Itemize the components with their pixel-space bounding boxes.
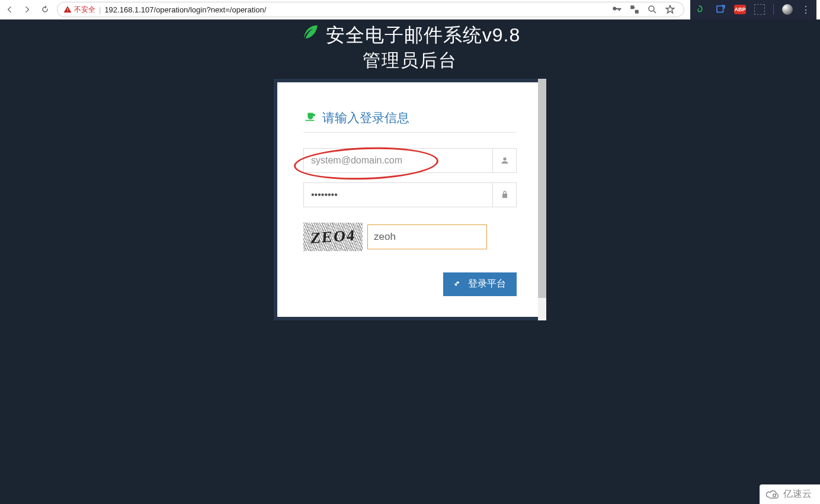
login-button-label: 登录平台 — [468, 278, 506, 290]
browser-toolbar: 不安全 | 192.168.1.107/operation/login?next… — [0, 0, 820, 20]
password-input[interactable] — [304, 183, 492, 207]
password-row — [303, 182, 517, 207]
url-text: 192.168.1.107/operation/login?next=/oper… — [104, 5, 606, 14]
form-heading-text: 请输入登录信息 — [322, 110, 409, 126]
panel-scrollbar-thumb[interactable] — [538, 79, 546, 298]
reload-button[interactable] — [39, 4, 51, 15]
svg-point-3 — [773, 494, 776, 497]
svg-rect-2 — [717, 6, 723, 12]
watermark-text: 亿速云 — [783, 488, 812, 500]
page-body: 安全电子邮件系统v9.8 管理员后台 请输入登录信息 — [0, 20, 820, 504]
key-icon[interactable] — [611, 4, 622, 15]
zoom-icon[interactable] — [647, 4, 658, 15]
svg-point-0 — [649, 6, 654, 11]
warning-triangle-icon — [63, 5, 72, 14]
back-button[interactable] — [4, 4, 15, 15]
cloud-icon — [765, 489, 780, 500]
login-panel-inner: 请输入登录信息 ZEO4 — [277, 82, 543, 317]
profile-avatar[interactable] — [782, 4, 793, 15]
lock-icon — [492, 183, 516, 207]
extensions-area: ABP ⋮ — [690, 0, 816, 20]
button-row: 登录平台 — [303, 272, 517, 296]
page-title-block: 安全电子邮件系统v9.8 管理员后台 — [0, 20, 820, 72]
watermark-badge: 亿速云 — [760, 484, 820, 504]
username-input[interactable] — [304, 149, 492, 172]
panel-scrollbar[interactable] — [538, 79, 546, 320]
coffee-cup-icon — [303, 110, 316, 126]
popup-extension-icon[interactable] — [715, 4, 726, 15]
browser-menu-icon[interactable]: ⋮ — [801, 4, 811, 15]
captcha-image[interactable]: ZEO4 — [303, 223, 363, 251]
key-icon — [454, 280, 463, 289]
page-title-line1: 安全电子邮件系统v9.8 — [326, 23, 520, 48]
insecure-label: 不安全 — [74, 5, 95, 15]
reload-icon — [40, 5, 50, 14]
login-button[interactable]: 登录平台 — [443, 272, 517, 296]
login-panel: 请输入登录信息 ZEO4 — [274, 79, 546, 320]
address-bar[interactable]: 不安全 | 192.168.1.107/operation/login?next… — [57, 2, 684, 17]
form-heading: 请输入登录信息 — [303, 110, 517, 133]
evernote-extension-icon[interactable] — [696, 4, 707, 15]
forward-button[interactable] — [21, 4, 33, 15]
user-icon — [492, 149, 516, 172]
captcha-row: ZEO4 — [303, 223, 517, 251]
username-row — [303, 148, 517, 173]
captcha-input[interactable] — [367, 224, 487, 249]
unknown-extension-icon[interactable] — [754, 4, 765, 15]
address-separator: | — [99, 5, 101, 14]
arrow-right-icon — [23, 5, 32, 14]
page-title-line2: 管理员后台 — [0, 49, 820, 72]
arrow-left-icon — [5, 5, 14, 14]
insecure-badge: 不安全 — [63, 5, 95, 15]
leaf-icon — [300, 22, 320, 49]
svg-line-1 — [654, 11, 656, 13]
captcha-image-text: ZEO4 — [303, 223, 363, 251]
translate-icon[interactable] — [629, 4, 640, 15]
bookmark-star-icon[interactable] — [665, 4, 675, 15]
adblock-extension-icon[interactable]: ABP — [734, 5, 746, 14]
extension-separator — [773, 4, 774, 15]
